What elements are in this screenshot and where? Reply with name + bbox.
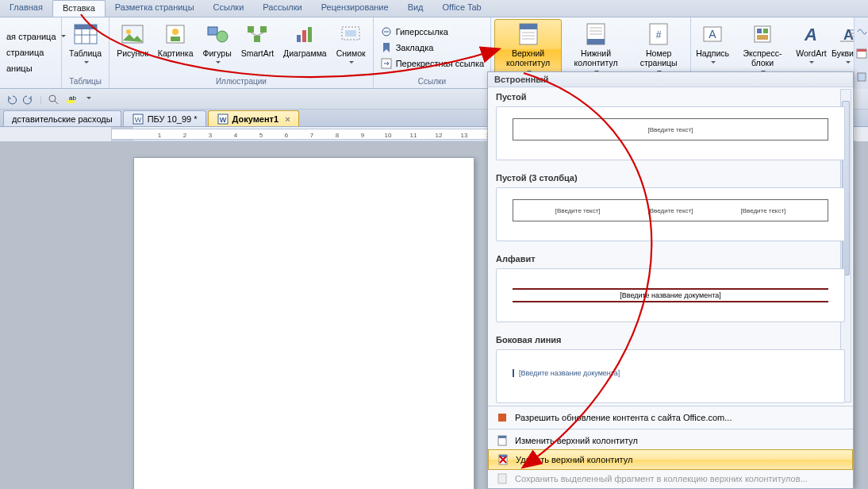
gallery-label-sideline: Боковая линия [488,330,853,346]
doctab-1[interactable]: дставительские расходы [3,110,121,126]
svg-rect-17 [308,27,312,42]
svg-rect-80 [498,474,506,483]
quickparts-icon [750,21,775,47]
undo-icon[interactable] [5,93,17,106]
chart-icon [292,21,317,47]
svg-rect-47 [857,49,866,52]
svg-rect-10 [208,27,217,35]
doctab-3[interactable]: WДокумент1× [208,110,299,126]
gallery-label-empty: Пустой [488,87,853,103]
datetime-icon[interactable] [855,47,868,60]
page-break-button[interactable]: аницы [3,63,36,74]
textbox-button[interactable]: AНадпись [694,19,731,70]
svg-text:W: W [219,116,226,124]
header-button[interactable]: Верхний колонтитул [494,19,562,79]
svg-rect-23 [520,24,537,29]
smartart-button[interactable]: SmartArt [237,19,278,60]
svg-text:1: 1 [158,132,162,139]
screenshot-button[interactable]: Снимок [332,19,370,70]
quickparts-button[interactable]: Экспресс-блоки [732,19,793,79]
edit-header-icon [496,434,509,447]
picture-button[interactable]: Рисунок [113,19,152,60]
ribbon-tabs: Главная Вставка Разметка страницы Ссылки… [0,0,868,17]
svg-text:9: 9 [361,132,365,139]
hyperlink-button[interactable]: Гиперссылка [377,25,451,39]
word-doc-icon: W [217,113,229,125]
gallery-item-sideline[interactable]: [Введите название документа] [496,349,845,403]
svg-rect-12 [248,26,254,33]
tab-view[interactable]: Вид [398,0,433,17]
crossref-button[interactable]: Перекрестная ссылка [377,56,488,71]
svg-text:ab: ab [69,94,76,102]
gallery-allow-update[interactable]: Разрешить обновление контента с сайта Of… [488,408,853,427]
gallery-edit-header[interactable]: Изменить верхний колонтитул [488,431,853,450]
document-page[interactable] [133,157,474,489]
tab-home[interactable]: Главная [0,0,52,17]
table-icon [73,21,98,47]
textbox-icon: A [700,21,725,47]
svg-point-8 [172,29,179,35]
highlight-icon[interactable]: ab [64,93,77,106]
gallery-remove-header[interactable]: Удалить верхний колонтитул [488,449,853,470]
remove-header-icon [497,453,509,466]
tab-insert[interactable]: Вставка [52,0,106,17]
svg-text:13: 13 [461,132,468,139]
svg-text:A: A [804,25,817,44]
shapes-button[interactable]: Фигуры [198,19,235,70]
shapes-icon [205,21,230,47]
svg-text:3: 3 [209,132,213,139]
svg-rect-38 [763,29,768,33]
office-icon [496,411,509,424]
pagenumber-button[interactable]: #Номер страницы [630,19,687,79]
search-icon[interactable] [47,93,60,106]
wordart-button[interactable]: AWordArt [794,19,828,70]
svg-rect-15 [297,35,301,42]
group-label-links: Ссылки [377,76,488,87]
word-doc-icon: W [132,113,144,125]
svg-text:10: 10 [385,132,392,139]
header-gallery-dropdown: Встроенный Пустой [Введите текст] Пустой… [487,71,854,489]
svg-point-11 [217,31,228,42]
tab-references[interactable]: Ссылки [204,0,254,17]
svg-rect-48 [858,73,866,81]
clipart-icon [163,21,188,47]
table-button[interactable]: Таблица [65,19,106,70]
gallery-item-empty[interactable]: [Введите текст] [496,106,845,160]
svg-text:2: 2 [183,132,187,139]
wordart-icon: A [798,21,824,47]
signature-icon[interactable] [855,23,868,36]
svg-text:5: 5 [259,132,263,139]
svg-point-6 [126,29,131,34]
svg-line-50 [55,101,58,104]
tab-officetab[interactable]: Office Tab [433,0,491,17]
gallery-item-alphabet[interactable]: [Введите название документа] [496,268,845,322]
footer-button[interactable]: Нижний колонтитул [563,19,628,79]
svg-rect-75 [498,436,506,438]
clipart-button[interactable]: Картинка [154,19,198,60]
svg-rect-19 [345,30,356,37]
object-icon[interactable] [855,71,868,83]
svg-text:12: 12 [436,132,443,139]
svg-rect-37 [757,29,762,33]
tab-mailings[interactable]: Рассылки [253,0,311,17]
pagenumber-icon: # [646,21,671,47]
gallery-item-empty3[interactable]: [Введите текст] [Введите текст] [Введите… [496,187,845,241]
tab-review[interactable]: Рецензирование [312,0,398,17]
svg-text:A: A [843,27,854,43]
svg-rect-39 [757,35,768,40]
smartart-icon [244,21,270,47]
tab-pagelayout[interactable]: Разметка страницы [106,0,204,17]
gallery-label-empty3: Пустой (3 столбца) [488,168,853,184]
ribbon-side-buttons [854,17,868,89]
doctab-2[interactable]: WПБУ 10_99 * [123,110,206,126]
bookmark-button[interactable]: Закладка [377,40,437,55]
redo-icon[interactable] [22,93,35,106]
svg-text:11: 11 [410,132,417,139]
qat-more-icon[interactable] [82,93,94,106]
chart-button[interactable]: Диаграмма [279,19,331,60]
blank-page-button[interactable]: страница [3,47,47,58]
close-icon[interactable]: × [285,114,290,124]
bookmark-icon [380,41,393,54]
cover-page-button[interactable]: ая страница [3,31,69,42]
svg-text:W: W [134,116,141,124]
